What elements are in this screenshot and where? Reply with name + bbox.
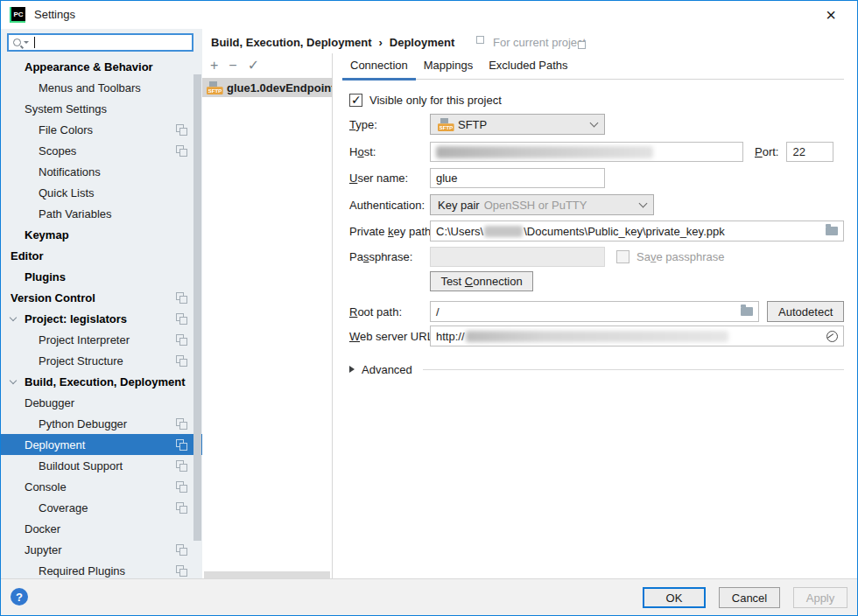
passphrase-input[interactable] <box>430 247 605 267</box>
sidebar-item-menus-and-toolbars[interactable]: Menus and Toolbars <box>1 77 202 98</box>
per-project-settings-icon <box>176 502 187 514</box>
chevron-down-icon[interactable] <box>6 312 20 326</box>
sidebar-item-label: Project Interpreter <box>39 333 130 346</box>
window-title: Settings <box>34 8 75 21</box>
sidebar-item-label: Docker <box>25 522 60 536</box>
chevron-down-icon <box>590 119 599 128</box>
private-key-path-input[interactable]: C:\Users\ \Documents\Public_key\private_… <box>430 220 844 242</box>
advanced-label[interactable]: Advanced <box>362 363 412 376</box>
server-list-item[interactable]: SFTP glue1.0devEndpoint <box>202 78 332 97</box>
sidebar-item-python-debugger[interactable]: Python Debugger <box>1 413 202 434</box>
sidebar-item-label: Version Control <box>11 291 95 304</box>
sidebar-item-editor[interactable]: Editor <box>1 245 202 266</box>
search-options-arrow-icon[interactable] <box>24 41 29 44</box>
sidebar-item-buildout-support[interactable]: Buildout Support <box>1 455 202 476</box>
sidebar-item-label: Build, Execution, Deployment <box>25 375 185 388</box>
sidebar-item-label: Buildout Support <box>39 459 123 472</box>
apply-button[interactable]: Apply <box>793 587 847 608</box>
test-connection-button[interactable]: Test Connection <box>430 271 533 291</box>
per-project-settings-icon <box>176 334 187 346</box>
port-label: Port: <box>755 145 778 158</box>
sidebar-item-appearance-behavior[interactable]: Appearance & Behavior <box>1 56 202 77</box>
port-input[interactable]: 22 <box>786 142 833 162</box>
autodetect-button[interactable]: Autodetect <box>767 301 844 322</box>
sidebar-item-notifications[interactable]: Notifications <box>1 161 202 182</box>
sidebar-item-label: Menus and Toolbars <box>39 81 141 94</box>
save-passphrase-checkbox[interactable] <box>616 250 629 263</box>
sidebar-item-project-legislators[interactable]: Project: legislators <box>1 308 202 329</box>
sidebar-item-keymap[interactable]: Keymap <box>1 224 202 245</box>
tab-mappings[interactable]: Mappings <box>416 53 481 79</box>
tab-excluded-paths[interactable]: Excluded Paths <box>481 53 575 79</box>
chevron-spacer <box>6 270 20 284</box>
pycharm-logo-icon: PC <box>10 7 25 23</box>
sidebar-item-label: File Colors <box>39 123 93 136</box>
sidebar-item-path-variables[interactable]: Path Variables <box>1 203 202 224</box>
sidebar-item-deployment[interactable]: Deployment <box>1 434 202 455</box>
chevron-spacer <box>20 186 34 200</box>
text-cursor <box>34 37 35 48</box>
title-bar[interactable]: PC Settings × <box>1 1 857 29</box>
sidebar-item-label: Coverage <box>39 501 88 514</box>
browse-folder-icon[interactable] <box>741 307 753 316</box>
sidebar-scrollbar[interactable] <box>193 74 201 541</box>
sidebar-item-plugins[interactable]: Plugins <box>1 266 202 287</box>
per-project-settings-icon <box>176 124 187 136</box>
sidebar-item-version-control[interactable]: Version Control <box>1 287 202 308</box>
breadcrumb-item-build-execution-deployment: Build, Execution, Deployment <box>211 36 371 49</box>
sidebar-item-build-execution-deployment[interactable]: Build, Execution, Deployment <box>1 371 202 392</box>
chevron-down-icon[interactable] <box>6 374 20 388</box>
globe-icon <box>826 331 838 342</box>
root-path-input[interactable]: / <box>430 301 759 322</box>
host-input[interactable] <box>430 142 743 162</box>
sidebar-item-project-interpreter[interactable]: Project Interpreter <box>1 329 202 350</box>
server-list-horizontal-scrollbar[interactable] <box>204 571 330 578</box>
web-server-url-input[interactable]: http:// <box>430 326 844 346</box>
search-input[interactable] <box>7 33 193 52</box>
user-name-input[interactable]: glue <box>430 168 605 188</box>
sidebar-item-label: Editor <box>11 249 44 262</box>
sidebar-item-debugger[interactable]: Debugger <box>1 392 202 413</box>
close-icon[interactable]: × <box>826 5 836 25</box>
chevron-spacer <box>20 164 34 178</box>
sidebar-item-project-structure[interactable]: Project Structure <box>1 350 202 371</box>
per-project-settings-icon <box>176 418 187 430</box>
ok-button[interactable]: OK <box>643 587 706 608</box>
type-dropdown[interactable]: SFTP SFTP <box>430 114 605 135</box>
authentication-label: Authentication: <box>349 199 430 212</box>
connection-settings-panel: ConnectionMappingsExcluded Paths Visible… <box>333 53 856 580</box>
sidebar-item-scopes[interactable]: Scopes <box>1 140 202 161</box>
sidebar-item-jupyter[interactable]: Jupyter <box>1 539 202 560</box>
server-list-panel: +−✓ SFTP glue1.0devEndpoint <box>202 53 332 580</box>
type-label: Type: <box>349 118 430 131</box>
sidebar-item-coverage[interactable]: Coverage <box>1 497 202 518</box>
sidebar-item-file-colors[interactable]: File Colors <box>1 119 202 140</box>
sidebar-item-label: Project: legislators <box>25 312 127 326</box>
apply-check-icon[interactable]: ✓ <box>248 59 259 73</box>
redacted-url-value <box>466 331 728 342</box>
sidebar-item-label: Quick Lists <box>39 186 95 200</box>
visible-only-checkbox[interactable] <box>349 94 362 107</box>
chevron-spacer <box>20 206 34 220</box>
add-icon[interactable]: + <box>210 59 218 73</box>
advanced-expand-arrow-icon[interactable] <box>349 366 355 373</box>
authentication-dropdown[interactable]: Key pair OpenSSH or PuTTY <box>430 194 654 215</box>
private-key-path-label: Private key path: <box>349 225 430 238</box>
breadcrumb-item-deployment: Deployment <box>390 36 454 49</box>
tab-connection[interactable]: Connection <box>342 53 416 79</box>
browse-folder-icon[interactable] <box>826 227 838 235</box>
sidebar-item-docker[interactable]: Docker <box>1 518 202 539</box>
settings-dialog: PC Settings × Appearance & BehaviorMenus… <box>0 0 858 616</box>
chevron-down-icon <box>639 200 648 208</box>
remove-icon[interactable]: − <box>229 59 236 73</box>
sidebar-item-system-settings[interactable]: System Settings <box>1 98 202 119</box>
sidebar-item-console[interactable]: Console <box>1 476 202 497</box>
redacted-username <box>484 226 523 237</box>
sidebar-item-quick-lists[interactable]: Quick Lists <box>1 182 202 203</box>
chevron-spacer <box>6 60 20 74</box>
cancel-button[interactable]: Cancel <box>719 587 780 608</box>
host-label: Host: <box>349 145 430 158</box>
help-icon[interactable]: ? <box>11 588 28 606</box>
main-header: Build, Execution, Deployment›Deployment … <box>202 30 856 53</box>
sidebar-item-label: System Settings <box>25 102 107 116</box>
